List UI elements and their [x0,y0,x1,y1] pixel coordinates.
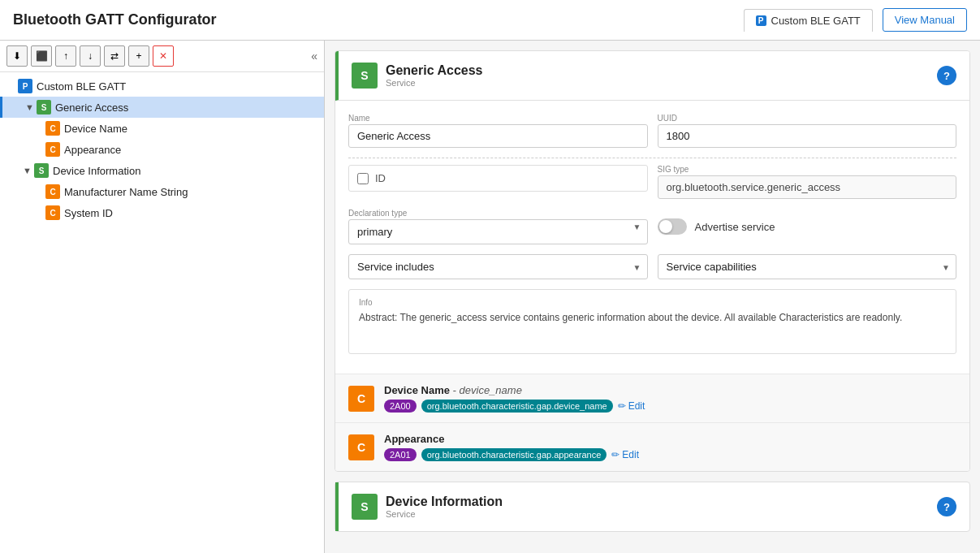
toolbar-down-btn[interactable]: ↓ [80,45,101,67]
advertise-toggle[interactable] [658,218,687,235]
form-row-name-uuid: Name UUID [348,114,956,148]
toggle-thumb [659,220,672,233]
declaration-label: Declaration type [348,209,648,218]
sidebar-item-system-id[interactable]: C System ID [0,202,324,223]
badge-uuid-dn: 2A00 [384,400,417,413]
info-box: Info Abstract: The generic_access servic… [348,289,956,354]
id-checkbox-row: ID [348,165,648,192]
service-subtitle: Service [386,78,937,88]
tree-label-device-name: Device Name [64,123,127,135]
tree-arrow-ga: ▼ [25,102,37,112]
char-badges-dn: 2A00 org.bluetooth.characteristic.gap.de… [384,400,956,413]
tree-label-manufacturer: Manufacturer Name String [64,186,188,198]
header-tab[interactable]: P Custom BLE GATT [744,9,873,32]
main-layout: ⬇ ⬛ ↑ ↓ ⇄ + ✕ « P Custom BLE GATT ▼ S Ge… [0,41,980,553]
uuid-label: UUID [658,114,957,123]
edit-link-ap[interactable]: ✏ Edit [611,449,639,460]
sidebar-toolbar: ⬇ ⬛ ↑ ↓ ⇄ + ✕ « [0,41,324,72]
app-header: Bluetooth GATT Configurator P Custom BLE… [0,0,980,41]
form-group-declaration: Declaration type primary secondary ▼ [348,209,648,244]
divider [348,158,956,158]
badge-sig-ap: org.bluetooth.characteristic.gap.appeara… [421,448,607,461]
tab-label: Custom BLE GATT [771,15,861,27]
service-card-bottom-header: S Device Information Service ? [335,482,969,531]
toolbar-copy-btn[interactable]: ⬛ [31,45,52,67]
form-group-uuid: UUID [658,114,957,148]
toolbar-swap-btn[interactable]: ⇄ [104,45,125,67]
service-card-body: Name UUID ID [335,101,969,367]
info-text: Abstract: The generic_access service con… [359,310,946,325]
help-icon[interactable]: ? [937,66,956,85]
service-icon: S [352,63,378,89]
service-subtitle-di: Service [386,509,937,519]
form-group-name: Name [348,114,648,148]
form-group-includes: Service includes ▼ [348,254,648,279]
form-group-advertise: Advertise service [658,218,957,235]
char-badges-ap: 2A01 org.bluetooth.characteristic.gap.ap… [384,448,956,461]
view-manual-button[interactable]: View Manual [883,8,967,32]
help-icon-di[interactable]: ? [937,497,956,516]
badge-uuid-ap: 2A01 [384,448,417,461]
form-group-id: ID [348,165,648,199]
service-capabilities-select[interactable]: Service capabilities [658,254,957,279]
sidebar-item-manufacturer[interactable]: C Manufacturer Name String [0,181,324,202]
toolbar-add-btn[interactable]: + [128,45,149,67]
service-card-device-info: S Device Information Service ? [335,482,970,532]
toolbar-delete-btn[interactable]: ✕ [153,45,174,67]
sidebar: ⬇ ⬛ ↑ ↓ ⇄ + ✕ « P Custom BLE GATT ▼ S Ge… [0,41,325,553]
sidebar-tree: P Custom BLE GATT ▼ S Generic Access C D… [0,72,324,553]
form-row-declaration-advertise: Declaration type primary secondary ▼ Adv… [348,209,956,244]
id-checkbox[interactable] [357,173,369,184]
tree-icon-c-si: C [45,205,60,220]
form-row-includes-capabilities: Service includes ▼ Service capabilities … [348,254,956,279]
app-title: Bluetooth GATT Configurator [13,11,217,28]
sidebar-collapse-btn[interactable]: « [311,50,317,63]
service-name-di: Device Information [386,495,937,509]
badge-sig-dn: org.bluetooth.characteristic.gap.device_… [421,400,613,413]
form-row-id-sig: ID SIG type [348,165,956,199]
tree-label-device-info: Device Information [53,165,140,177]
char-name-ap: Appearance [384,433,956,445]
service-card-header: S Generic Access Service ? [335,51,969,101]
sig-type-input[interactable] [658,175,957,199]
service-card-generic-access: S Generic Access Service ? Name UUID [335,50,970,472]
service-includes-select[interactable]: Service includes [348,254,648,279]
tree-icon-p: P [18,79,32,93]
tab-icon: P [756,15,766,26]
tree-label-appearance: Appearance [64,144,121,156]
tree-icon-c-ap: C [45,142,60,157]
tree-icon-c-mn: C [45,184,60,199]
uuid-input[interactable] [658,124,957,148]
char-icon-ap: C [348,434,374,460]
toolbar-up-btn[interactable]: ↑ [55,45,76,67]
form-group-sig: SIG type [658,165,957,199]
tree-label-system-id: System ID [64,207,113,219]
service-icon-di: S [352,494,378,520]
sidebar-item-appearance[interactable]: C Appearance [0,139,324,160]
tree-label-custom-ble: Custom BLE GATT [37,80,126,93]
tree-icon-s-di: S [34,163,49,178]
tree-icon-c-dn: C [45,121,60,136]
sidebar-item-custom-ble[interactable]: P Custom BLE GATT [0,76,324,97]
char-item-appearance: C Appearance 2A01 org.bluetooth.characte… [335,422,969,471]
advertise-label: Advertise service [695,221,775,233]
edit-link-dn[interactable]: ✏ Edit [618,400,645,412]
form-group-capabilities: Service capabilities ▼ [658,254,957,279]
id-checkbox-label: ID [375,172,386,184]
sig-type-label: SIG type [658,165,957,174]
service-header-text-di: Device Information Service [386,495,937,519]
name-label: Name [348,114,648,123]
toolbar-save-btn[interactable]: ⬇ [6,45,28,67]
char-item-device-name: C Device Name - device_name 2A00 org.blu… [335,374,969,422]
char-icon-dn: C [348,386,374,412]
info-label: Info [359,298,946,307]
tree-arrow-di: ▼ [23,166,34,175]
char-info-dn: Device Name - device_name 2A00 org.bluet… [384,384,956,413]
sidebar-item-generic-access[interactable]: ▼ S Generic Access [0,97,324,118]
declaration-select[interactable]: primary secondary [348,219,648,244]
sidebar-item-device-name[interactable]: C Device Name [0,118,324,139]
service-name: Generic Access [386,63,937,78]
sidebar-item-device-information[interactable]: ▼ S Device Information [0,160,324,181]
char-info-ap: Appearance 2A01 org.bluetooth.characteri… [384,433,956,461]
name-input[interactable] [348,124,648,148]
